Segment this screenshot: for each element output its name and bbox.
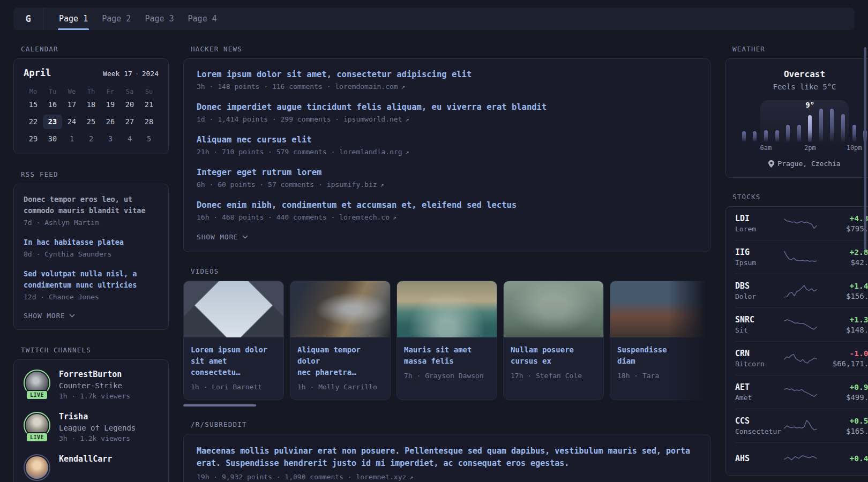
hacker-news-title[interactable]: Integer eget rutrum lorem <box>197 168 697 177</box>
stock-name: Bitcorn <box>735 360 783 368</box>
stock-price: $42.04 <box>818 258 868 267</box>
twitch-channel-row[interactable]: LIVE ForrestBurton Counter-Strike 1h · 1… <box>24 370 159 400</box>
weather-location: Prague, Czechia <box>735 160 868 168</box>
hacker-news-title[interactable]: Lorem ipsum dolor sit amet, consectetur … <box>197 70 697 79</box>
weather-section-label: WEATHER <box>732 45 868 53</box>
stock-change: +0.46% <box>818 454 868 463</box>
weather-time-labels: 6am 2pm 10pm <box>738 144 868 152</box>
rss-show-more-button[interactable]: SHOW MORE <box>24 312 75 320</box>
calendar-date[interactable]: 28 <box>139 115 159 129</box>
calendar-date[interactable]: 27 <box>120 115 139 129</box>
stock-symbol: LDI <box>735 214 783 223</box>
nav-tab[interactable]: Page 2 <box>95 7 138 30</box>
stock-row[interactable]: CCS Consectetur +0.51% $165.84 <box>735 409 868 443</box>
calendar-date[interactable]: 4 <box>120 132 139 146</box>
video-card[interactable]: Lorem ipsum dolorsit amet consectetu… 1h… <box>183 281 284 400</box>
calendar-date[interactable]: 22 <box>24 115 43 129</box>
stock-change: +1.42% <box>818 282 868 290</box>
twitch-channel-row[interactable]: LIVE Trisha League of Legends 3h · 1.2k … <box>24 412 159 442</box>
stock-name: Dolor <box>735 292 783 300</box>
stock-row[interactable]: LDI Lorem +4.35% $795.18 <box>735 207 868 240</box>
stock-name: Lorem <box>735 225 783 233</box>
calendar-date[interactable]: 26 <box>101 115 120 129</box>
calendar-date[interactable]: 24 <box>62 115 81 129</box>
hacker-news-meta: 21h · 710 points · 579 comments · loreml… <box>197 148 697 156</box>
calendar-date[interactable]: 17 <box>62 97 81 112</box>
nav-tab[interactable]: Page 1 <box>52 7 95 30</box>
calendar-date[interactable]: 23 <box>43 115 62 129</box>
stock-symbol: SNRC <box>735 315 783 325</box>
calendar-date[interactable]: 5 <box>139 132 159 146</box>
stock-row[interactable]: IIG Ipsum +2.84% $42.04 <box>735 240 868 274</box>
stock-change: +0.51% <box>818 417 868 425</box>
channel-name: KendallCarr <box>59 454 112 464</box>
calendar-date[interactable]: 2 <box>81 132 101 146</box>
calendar-date[interactable]: 29 <box>24 132 43 146</box>
calendar-date[interactable]: 30 <box>43 132 62 146</box>
page-scrollbar[interactable] <box>864 47 866 250</box>
hacker-news-section-label: HACKER NEWS <box>191 45 710 53</box>
calendar-date[interactable]: 16 <box>43 97 62 112</box>
calendar-date[interactable]: 3 <box>101 132 120 146</box>
channel-game: Counter-Strike <box>59 381 130 390</box>
stock-sparkline <box>783 450 818 468</box>
stock-price: $148.64 <box>818 326 868 334</box>
nav-tab[interactable]: Page 4 <box>181 7 224 30</box>
stock-row[interactable]: SNRC Sit +1.36% $148.64 <box>735 308 868 342</box>
videos-scrollbar[interactable] <box>183 404 256 406</box>
stock-price: $499.72 <box>818 393 868 402</box>
hacker-news-item: Lorem ipsum dolor sit amet, consectetur … <box>197 70 697 91</box>
stock-name: Amet <box>735 394 783 402</box>
calendar-date[interactable]: 15 <box>24 97 43 112</box>
hacker-news-title[interactable]: Donec imperdiet augue tincidunt felis al… <box>197 102 697 112</box>
separator-dot: · <box>135 70 139 78</box>
videos-carousel: Lorem ipsum dolorsit amet consectetu… 1h… <box>183 281 710 406</box>
calendar-date[interactable]: 1 <box>62 132 81 146</box>
calendar-day-header: Su <box>139 86 159 97</box>
calendar-date[interactable]: 18 <box>81 97 101 112</box>
subreddit-post-title[interactable]: Maecenas mollis pulvinar erat non posuer… <box>197 445 697 470</box>
rss-item-title[interactable]: Sed volutpat nulla nisl, a condimentum n… <box>24 268 159 291</box>
stocks-widget: LDI Lorem +4.35% $795.18 IIG Ipsum +2.84… <box>725 206 868 476</box>
stock-row[interactable]: AHS +0.46% <box>735 443 868 475</box>
top-nav: G Page 1 Page 2 Page 3 Page 4 <box>13 7 855 30</box>
weather-bars <box>738 108 868 142</box>
stock-row[interactable]: AET Amet +0.92% $499.72 <box>735 375 868 409</box>
video-card[interactable]: Aliquam tempor dolornec pharetra… 1h · M… <box>290 281 391 400</box>
calendar-date[interactable]: 19 <box>101 97 120 112</box>
calendar-month: April <box>24 67 51 78</box>
hacker-news-title[interactable]: Aliquam nec cursus elit <box>197 135 697 145</box>
calendar-date[interactable]: 20 <box>120 97 139 112</box>
stock-price: $795.18 <box>818 224 868 233</box>
weather-feels-like: Feels like 5°C <box>735 82 868 91</box>
calendar-widget: April Week 17·2024 Mo Tu We Th Fr Sa Su <box>13 58 169 154</box>
video-card[interactable]: Nullam posuerecursus ex 17h · Stefan Col… <box>503 281 604 400</box>
twitch-channel-list: LIVE ForrestBurton Counter-Strike 1h · 1… <box>24 370 159 481</box>
nav-tab[interactable]: Page 3 <box>138 7 181 30</box>
center-column: HACKER NEWS Lorem ipsum dolor sit amet, … <box>183 30 710 482</box>
stock-row[interactable]: CRN Bitcorn -1.00% $66,171.48 <box>735 342 868 375</box>
rss-item-meta: 8d · Cynthia Saunders <box>24 250 159 258</box>
hacker-news-widget: Lorem ipsum dolor sit amet, consectetur … <box>183 58 710 252</box>
rss-item: Sed volutpat nulla nisl, a condimentum n… <box>24 268 159 301</box>
twitch-channel-row[interactable]: LIVE KendallCarr <box>24 454 159 481</box>
rss-item-meta: 7d · Ashlyn Martin <box>24 219 159 227</box>
calendar-date[interactable]: 21 <box>139 97 159 112</box>
video-card[interactable]: Mauris sit ametmassa felis 7h · Grayson … <box>396 281 497 400</box>
avatar-photo <box>26 456 48 479</box>
calendar-day-header: Sa <box>120 86 139 97</box>
calendar-day-header: Fr <box>101 86 120 97</box>
calendar-day-header: Mo <box>24 86 43 97</box>
calendar-date[interactable]: 25 <box>81 115 101 129</box>
app-logo[interactable]: G <box>13 7 43 30</box>
stock-sparkline <box>783 248 818 266</box>
video-card[interactable]: Suspendissediam 18h · Tara <box>610 281 710 400</box>
external-link-icon: ↗ <box>406 148 409 156</box>
stock-sparkline <box>783 315 818 334</box>
hacker-news-title[interactable]: Donec enim nibh, condimentum et accumsan… <box>197 200 697 210</box>
stock-row[interactable]: DBS Dolor +1.42% $156.28 <box>735 274 868 308</box>
rss-item-title[interactable]: In hac habitasse platea <box>24 237 159 248</box>
hn-show-more-button[interactable]: SHOW MORE <box>197 233 248 241</box>
rss-item-title[interactable]: Donec tempor eros leo, ut commodo mauris… <box>24 194 159 216</box>
stock-name: Ipsum <box>735 259 783 267</box>
